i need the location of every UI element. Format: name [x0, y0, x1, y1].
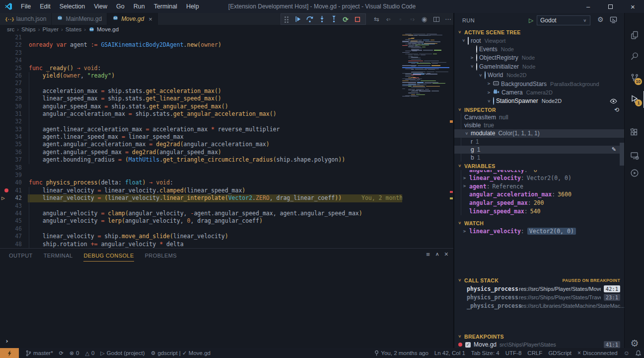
chevron-icon[interactable]: > [470, 56, 474, 60]
chevron-icon[interactable]: > [487, 99, 491, 103]
close-button[interactable]: × [622, 0, 644, 13]
inspector-row-g[interactable]: g1✎ [454, 146, 624, 154]
breakpoint-item[interactable]: ✓Move.gdsrc\Ships\Player\States41:1 [454, 341, 624, 348]
editor-gutter[interactable]: 45 [0, 217, 29, 225]
variable-linear_velocity[interactable]: >linear_velocity:Vector2(0, 0) [454, 174, 624, 182]
remote-explorer-icon[interactable] [625, 146, 644, 166]
breadcrumb-item[interactable]: Player [42, 26, 59, 32]
code-line[interactable]: 34 agent.linear_speed_max = linear_speed… [0, 133, 453, 141]
code-line[interactable]: 35 agent.angular_acceleration_max = deg2… [0, 141, 453, 148]
chevron-icon[interactable]: > [470, 64, 474, 69]
editor-gutter[interactable]: 22 [0, 41, 29, 49]
search-icon[interactable] [625, 46, 644, 66]
watch-expression[interactable]: >linear_velocity:Vector2(0, 0) [454, 227, 624, 236]
code-line[interactable]: ▷42 linear_velocity = (linear_velocity.l… [0, 194, 453, 202]
status-language[interactable]: GDScript [545, 348, 574, 358]
start-debugging-icon[interactable]: ▷ [529, 17, 533, 24]
code-line[interactable]: 22onready var agent := GSAIKinematicBody… [0, 41, 453, 49]
scene-node-world[interactable]: >WorldNode2D [454, 71, 624, 80]
continue-button[interactable] [292, 14, 304, 24]
code-line[interactable]: 39 [0, 172, 453, 179]
status-sync[interactable]: ⟳ [56, 348, 67, 358]
breadcrumb-item[interactable]: src [7, 26, 14, 32]
code-line[interactable]: 25func _ready() → void: [0, 65, 453, 72]
chevron-icon[interactable]: > [487, 82, 491, 86]
breadcrumb-file[interactable]: Move.gd [88, 26, 119, 33]
code-line[interactable]: 28 acceleration_max = ship.stats.get_acc… [0, 88, 453, 95]
editor-gutter[interactable]: 28 [0, 88, 29, 95]
code-line[interactable]: 23 [0, 49, 453, 57]
scene-node-gameinitializer[interactable]: >GameInitializerNode [454, 62, 624, 71]
tab-mainmenu-gd[interactable]: MainMenu.gd [52, 13, 107, 25]
run-debug-icon[interactable]: 1 [625, 89, 644, 109]
status-errors[interactable]: ⊗0 [67, 348, 82, 358]
code-line[interactable]: 47 linear_velocity = ship.move_and_slide… [0, 233, 453, 240]
section-active-scene-tree[interactable]: >ACTIVE SCENE TREE [454, 28, 624, 36]
maximize-panel-icon[interactable]: > [434, 252, 440, 257]
code-line[interactable]: 29 linear_speed_max = ship.stats.get_lin… [0, 95, 453, 102]
scene-node-events[interactable]: EventsNode [454, 45, 624, 53]
close-icon[interactable]: × [148, 15, 152, 23]
chevron-icon[interactable]: > [487, 90, 491, 95]
panel-tab-debug-console[interactable]: DEBUG CONSOLE [83, 250, 134, 262]
refresh-icon[interactable]: ⟲ [614, 106, 619, 113]
tab-move-gd[interactable]: Move.gd× [107, 13, 158, 25]
breadcrumb-item[interactable]: States [66, 26, 82, 32]
status-godot-project[interactable]: ▷Godot (project) [97, 348, 147, 358]
overview-ruler[interactable] [449, 34, 453, 248]
section-call-stack[interactable]: >CALL STACK PAUSED ON BREAKPOINT [454, 276, 624, 284]
status-feedback[interactable]: ☺ [621, 348, 633, 358]
menu-file[interactable]: File [16, 0, 35, 13]
status-warnings[interactable]: △0 [82, 348, 97, 358]
editor-gutter[interactable]: 33 [0, 126, 29, 133]
editor-gutter[interactable]: 43 [0, 202, 29, 210]
step-over-button[interactable] [304, 14, 316, 24]
scene-node-root[interactable]: >rootViewport [454, 36, 624, 45]
status-eol[interactable]: CRLF [524, 348, 545, 358]
panel-tab-problems[interactable]: PROBLEMS [145, 250, 177, 261]
code-line[interactable]: 32 [0, 118, 453, 125]
minimap[interactable] [402, 34, 449, 98]
step-out-button[interactable] [328, 14, 340, 24]
stop-button[interactable] [352, 14, 363, 24]
menu-terminal[interactable]: Terminal [149, 0, 182, 13]
menu-help[interactable]: Help [182, 0, 204, 13]
status-indentation[interactable]: Tab Size: 4 [468, 348, 502, 358]
step-into-button[interactable] [316, 14, 328, 24]
more-actions-icon[interactable]: ⋯ [443, 14, 453, 24]
chevron-icon[interactable]: > [464, 131, 469, 136]
scene-node-stationspawner[interactable]: >StationSpawnerNode2D [454, 97, 624, 105]
code-line[interactable]: 21 [0, 34, 453, 41]
section-inspector[interactable]: >INSPECTOR ⟲ [454, 105, 624, 114]
stack-frame[interactable]: physics_processres://src/Ships/Player/St… [454, 284, 624, 293]
variable-angular_acceleration_max[interactable]: angular_acceleration_max:3600 [454, 190, 624, 199]
menu-view[interactable]: View [89, 0, 112, 13]
launch-config-select[interactable]: Godot > [537, 15, 590, 25]
chevron-icon[interactable]: > [462, 184, 467, 188]
editor-gutter[interactable]: 39 [0, 172, 29, 179]
debug-console-prompt[interactable]: › [5, 338, 9, 344]
close-panel-icon[interactable]: × [444, 250, 448, 258]
code-line[interactable]: 40func physics_process(delta: float) → v… [0, 179, 453, 186]
code-line[interactable]: 41 linear_velocity = linear_velocity.cla… [0, 187, 453, 194]
editor-gutter[interactable]: ▷42 [0, 194, 29, 202]
stack-frame[interactable]: physics_processres://src/Ships/Player/St… [454, 293, 624, 301]
editor-gutter[interactable]: 29 [0, 95, 29, 102]
editor-gutter[interactable]: 37 [0, 156, 29, 164]
editor-gutter[interactable]: 36 [0, 149, 29, 156]
sync-icon[interactable]: ⇆ [371, 14, 382, 24]
inspector-row-modulate[interactable]: >modulateColor(1, 1, 1, 1) [454, 129, 624, 137]
code-line[interactable]: 30 angular_speed_max = ship.stats.get_an… [0, 103, 453, 110]
editor-gutter[interactable]: 30 [0, 103, 29, 110]
menu-selection[interactable]: Selection [55, 0, 89, 13]
tab-launch-json[interactable]: {··}launch.json [0, 13, 52, 25]
breadcrumb-item[interactable]: Ships [21, 26, 36, 32]
code-line[interactable]: 24 [0, 57, 453, 64]
debug-console-icon[interactable] [610, 16, 617, 25]
status-notifications[interactable] [633, 348, 644, 358]
record-icon[interactable]: ◦ [395, 14, 406, 24]
editor-gutter[interactable]: 23 [0, 49, 29, 57]
variable[interactable]: angular_velocity: 0 [454, 170, 624, 174]
navigate-forward-icon[interactable]: ◦› [407, 14, 418, 24]
code-line[interactable]: 45 angular_velocity = lerp(angular_veloc… [0, 217, 453, 225]
